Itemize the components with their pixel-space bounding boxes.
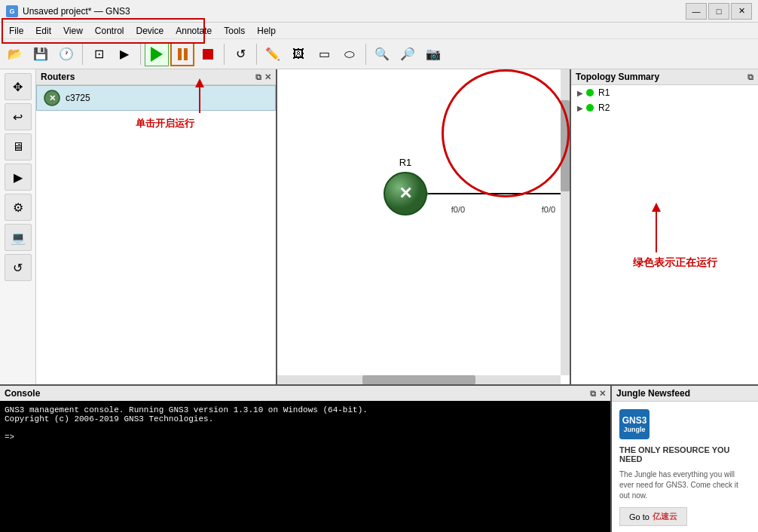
forward-button[interactable]: ▶ <box>5 164 32 191</box>
annotation-arrow-1 <box>177 75 222 121</box>
image-button[interactable]: 🖼 <box>286 42 310 66</box>
zoom-in-button[interactable]: 🔍 <box>370 42 394 66</box>
snapshot-button[interactable]: 🕐 <box>54 42 78 66</box>
menu-device[interactable]: Device <box>130 24 170 38</box>
zoom-out-button[interactable]: 🔎 <box>396 42 420 66</box>
brand-logo: 亿速云 <box>653 511 677 522</box>
svg-text:✕: ✕ <box>49 93 56 102</box>
svg-text:✕: ✕ <box>399 184 412 203</box>
play-button[interactable] <box>145 42 169 66</box>
main-area: ✥ ↩ 🖥 ▶ ⚙ 💻 ↺ Routers ⧉ ✕ ✕ c3725 单击开启运行 <box>0 69 758 384</box>
newsfeed-body: GNS3 Jungle THE ONLY RESOURCE YOU NEED T… <box>612 402 758 532</box>
goto-button[interactable]: Go to 亿速云 <box>619 507 687 526</box>
vertical-scrollbar[interactable] <box>561 69 570 375</box>
gns3-logo-icon: GNS3 Jungle <box>619 409 649 439</box>
topo-status-r1 <box>586 89 594 96</box>
router-icon-c3725: ✕ <box>43 89 61 107</box>
settings-button[interactable]: ⚙ <box>5 194 32 221</box>
title-bar: G Unsaved project* — GNS3 — □ ✕ <box>0 0 758 23</box>
vertical-scrollbar-thumb[interactable] <box>561 100 570 192</box>
screenshot-button[interactable]: 📷 <box>421 42 445 66</box>
console-panel: Console ⧉ ✕ GNS3 management console. Run… <box>0 386 612 532</box>
newsfeed-body-text: The Jungle has everything you will ever … <box>619 469 750 501</box>
topology-panel-float-button[interactable]: ⧉ <box>747 72 753 82</box>
menu-help[interactable]: Help <box>251 24 282 38</box>
bottom-section: Console ⧉ ✕ GNS3 management console. Run… <box>0 384 758 532</box>
topology-panel-controls: ⧉ <box>747 72 753 82</box>
menu-view[interactable]: View <box>57 24 89 38</box>
pan-tool-button[interactable]: ✥ <box>5 73 32 100</box>
network-svg: ✕ ✕ R1 R2 f0/0 f0/0 <box>277 69 570 384</box>
undo2-button[interactable]: ↺ <box>5 254 32 281</box>
routers-panel-float-button[interactable]: ⧉ <box>255 72 261 82</box>
menu-file[interactable]: File <box>3 24 29 38</box>
topo-expand-r1: ▶ <box>577 89 583 97</box>
menu-bar: File Edit View Control Device Annotate T… <box>0 23 758 39</box>
goto-label: Go to <box>629 512 649 521</box>
stop-icon <box>203 49 213 60</box>
back-button[interactable]: ↩ <box>5 103 32 130</box>
console-line-1: GNS3 management console. Running GNS3 ve… <box>5 405 606 414</box>
rectangle-button[interactable]: ▭ <box>312 42 336 66</box>
edit-node-button[interactable]: ✏️ <box>261 42 285 66</box>
toolbar: 📂 💾 🕐 ⊡ ▶ ↺ ✏️ 🖼 ▭ ⬭ 🔍 🔎 📷 <box>0 39 758 69</box>
menu-control[interactable]: Control <box>89 24 130 38</box>
toolbar-separator-3 <box>224 44 225 65</box>
console-panel-controls: ⧉ ✕ <box>590 389 606 399</box>
minimize-button[interactable]: — <box>686 3 707 20</box>
topo-label-r1: R1 <box>598 87 610 98</box>
routers-panel-close-button[interactable]: ✕ <box>264 72 271 82</box>
console-close-button[interactable]: ✕ <box>599 389 606 399</box>
router-name-c3725: c3725 <box>66 93 90 103</box>
menu-edit[interactable]: Edit <box>29 24 57 38</box>
maximize-button[interactable]: □ <box>708 3 729 20</box>
routers-panel-header: Routers ⧉ ✕ <box>36 69 276 85</box>
console-all-button[interactable]: ⊡ <box>87 42 111 66</box>
play-icon <box>151 47 163 62</box>
console-line-2: Copyright (c) 2006-2019 GNS3 Technologie… <box>5 414 606 423</box>
topology-panel-title: Topology Summary <box>576 72 659 82</box>
svg-text:f0/0: f0/0 <box>542 205 555 214</box>
topology-item-r2[interactable]: ▶ R2 <box>571 100 758 115</box>
routers-panel-title: Routers <box>41 72 75 82</box>
toolbar-separator-2 <box>140 44 141 65</box>
topo-label-r2: R2 <box>598 102 610 113</box>
console-panel-header: Console ⧉ ✕ <box>0 386 610 401</box>
device-button[interactable]: 💻 <box>5 224 32 251</box>
pause-button[interactable] <box>170 42 194 66</box>
topology-item-r1[interactable]: ▶ R1 <box>571 85 758 100</box>
horizontal-scrollbar[interactable] <box>277 375 561 384</box>
newsfeed-headline: THE ONLY RESOURCE YOU NEED <box>619 445 750 463</box>
console-panel-title: Console <box>5 388 40 399</box>
stop-button[interactable] <box>196 42 220 66</box>
window-title: Unsaved project* — GNS3 <box>23 6 686 17</box>
menu-annotate[interactable]: Annotate <box>170 24 218 38</box>
console-output: GNS3 management console. Running GNS3 ve… <box>0 401 610 532</box>
close-button[interactable]: ✕ <box>731 3 752 20</box>
router-item-c3725[interactable]: ✕ c3725 <box>36 85 276 111</box>
window-controls: — □ ✕ <box>686 3 752 20</box>
undo-button[interactable]: ↺ <box>228 42 252 66</box>
save-button[interactable]: 💾 <box>29 42 53 66</box>
open-button[interactable]: 📂 <box>3 42 27 66</box>
terminal-button[interactable]: ▶ <box>112 42 136 66</box>
newsfeed-panel: Jungle Newsfeed GNS3 Jungle THE ONLY RES… <box>612 386 758 532</box>
routers-panel-controls: ⧉ ✕ <box>255 72 271 82</box>
annotation-running-label: 绿色表示正在运行 <box>600 256 750 270</box>
console-line-3 <box>5 423 606 433</box>
canvas-area[interactable]: ✕ ✕ R1 R2 f0/0 f0/0 <box>277 69 570 384</box>
topo-expand-r2: ▶ <box>577 104 583 112</box>
app-icon: G <box>6 5 18 17</box>
console-line-4: => <box>5 433 606 442</box>
console-float-button[interactable]: ⧉ <box>590 389 596 399</box>
topology-panel: Topology Summary ⧉ ▶ R1 ▶ R2 绿色表示正在运行 <box>570 69 758 384</box>
menu-tools[interactable]: Tools <box>218 24 251 38</box>
svg-text:f0/0: f0/0 <box>451 205 465 214</box>
routers-panel: Routers ⧉ ✕ ✕ c3725 单击开启运行 <box>36 69 277 384</box>
topology-panel-header: Topology Summary ⧉ <box>571 69 758 85</box>
topo-status-r2 <box>586 104 594 112</box>
gns3-jungle-logo: GNS3 Jungle <box>619 409 750 439</box>
ellipse-button[interactable]: ⬭ <box>338 42 362 66</box>
horizontal-scrollbar-thumb[interactable] <box>362 375 475 384</box>
monitor-button[interactable]: 🖥 <box>5 133 32 161</box>
